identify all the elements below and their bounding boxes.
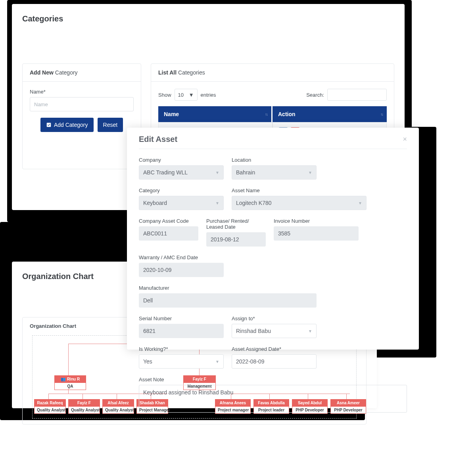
org-node-role: Quality Analyst	[102, 407, 134, 414]
asset-name-select[interactable]: Logitech K780▼	[232, 196, 367, 210]
caret-down-icon: ▼	[215, 201, 219, 205]
check-square-icon	[46, 122, 52, 128]
col-name[interactable]: Name ↑↓	[158, 106, 273, 122]
sort-icon: ↑↓	[265, 112, 267, 117]
sort-icon: ↑↓	[380, 112, 383, 117]
edit-asset-modal: Edit Asset × Company ABC Trading WLL▼ Lo…	[127, 128, 419, 350]
warranty-field: 2020-10-09	[139, 263, 224, 277]
org-node-name: 👥Rinu R	[54, 375, 86, 383]
categories-title: Categories	[22, 14, 394, 23]
purchase-date-label: Purchase/ Rented/ Leased Date	[206, 218, 266, 230]
invoice-field: 3585	[274, 226, 359, 241]
category-name-input[interactable]	[30, 97, 134, 111]
note-label: Asset Note	[139, 377, 407, 382]
caret-down-icon: ▼	[308, 170, 312, 175]
org-node[interactable]: 👥Rinu R QA	[54, 375, 86, 390]
purchase-date-field: 2019-08-12	[206, 232, 266, 247]
company-select[interactable]: ABC Trading WLL▼	[139, 165, 224, 180]
caret-down-icon: ▼	[308, 329, 312, 333]
asset-note-textarea[interactable]: Keyboard assigned to Rinshad Babu	[139, 385, 407, 413]
list-card-header: List All Categories	[151, 64, 394, 82]
asset-code-label: Company Asset Code	[139, 218, 198, 224]
org-node-name: Fayiz F	[68, 399, 100, 407]
caret-down-icon: ▼	[215, 170, 219, 175]
add-card-header: Add New Category	[23, 64, 141, 82]
person-icon: 👥	[61, 377, 65, 381]
org-node-name: Afsal Afeez	[102, 399, 134, 407]
org-node-name: Razak Rafeeq	[34, 399, 66, 407]
assigned-date-input[interactable]: 2022-08-09	[232, 354, 317, 369]
org-node-role: Quality Analyst	[34, 407, 66, 414]
add-category-button[interactable]: Add Category	[40, 118, 94, 132]
org-node[interactable]: Afsal Afeez Quality Analyst	[102, 399, 134, 414]
org-node-role: Quality Analyst	[68, 407, 100, 414]
name-label: Name*	[30, 89, 134, 95]
asset-code-field: ABC0011	[139, 226, 198, 241]
serial-field: 6821	[139, 324, 224, 338]
assign-to-label: Assign to*	[232, 316, 317, 321]
location-label: Location	[232, 157, 317, 163]
search-input[interactable]	[327, 89, 387, 101]
reset-button[interactable]: Reset	[98, 118, 123, 132]
serial-label: Serial Number	[139, 316, 224, 321]
manufacturer-label: Manufacturer	[139, 285, 317, 291]
entries-label: entries	[201, 92, 216, 98]
add-category-card: Add New Category Name* Add Category Rese…	[22, 63, 141, 169]
caret-down-icon: ▼	[358, 201, 362, 205]
col-action[interactable]: Action ↑↓	[273, 106, 387, 122]
org-node[interactable]: Razak Rafeeq Quality Analyst	[34, 399, 66, 414]
location-select[interactable]: Bahrain▼	[232, 165, 317, 180]
warranty-label: Warranty / AMC End Date	[139, 254, 224, 260]
org-node-role: QA	[54, 383, 86, 390]
category-label: Category	[139, 187, 224, 193]
is-working-label: Is Working?*	[139, 346, 224, 352]
entries-select[interactable]: 10 ▼	[175, 89, 198, 101]
search-label: Search:	[306, 92, 324, 98]
edit-asset-title: Edit Asset	[139, 135, 177, 144]
org-node[interactable]: Fayiz F Quality Analyst	[68, 399, 100, 414]
assign-to-select[interactable]: Rinshad Babu▼	[232, 324, 317, 338]
show-label: Show	[158, 92, 171, 98]
invoice-label: Invoice Number	[274, 218, 359, 224]
is-working-select[interactable]: Yes▼	[139, 354, 224, 369]
asset-name-label: Asset Name	[232, 187, 367, 193]
org-inner-header: Organization Chart	[30, 323, 76, 329]
caret-down-icon: ▼	[215, 359, 219, 364]
company-label: Company	[139, 157, 224, 163]
manufacturer-field: Dell	[139, 293, 317, 308]
assigned-date-label: Asset Assigned Date*	[232, 346, 317, 352]
category-select[interactable]: Keyboard▼	[139, 196, 224, 210]
close-icon[interactable]: ×	[403, 135, 407, 143]
caret-down-icon: ▼	[189, 92, 194, 98]
